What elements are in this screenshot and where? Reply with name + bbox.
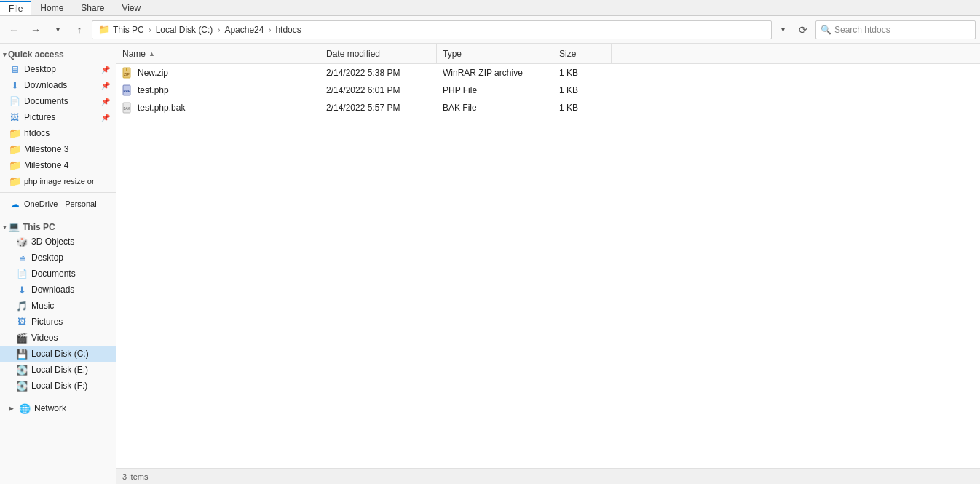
sidebar-item-desktop-quick[interactable]: 🖥 Desktop 📌 bbox=[0, 61, 116, 77]
sidebar-item-pictures[interactable]: 🖼 Pictures bbox=[0, 314, 116, 330]
svg-text:ZIP: ZIP bbox=[124, 72, 130, 76]
table-row[interactable]: BAK test.php.bak 2/14/2022 5:57 PM BAK F… bbox=[116, 99, 980, 116]
sidebar-item-label: Pictures bbox=[31, 317, 63, 327]
file-type-cell: BAK File bbox=[437, 99, 553, 116]
onedrive-icon: ☁ bbox=[9, 198, 20, 210]
sidebar-item-milestone3[interactable]: 📁 Milestone 3 bbox=[0, 141, 116, 157]
col-header-date[interactable]: Date modified bbox=[320, 44, 437, 63]
sidebar-divider-3 bbox=[0, 397, 116, 397]
search-icon: 🔍 bbox=[821, 25, 831, 35]
sidebar-item-localdisk-c[interactable]: 💾 Local Disk (C:) bbox=[0, 346, 116, 362]
documents-icon: 📄 bbox=[16, 268, 28, 279]
address-dropdown-button[interactable]: ▾ bbox=[775, 20, 791, 39]
breadcrumb-sep-3: › bbox=[268, 25, 271, 35]
up-button[interactable]: ↑ bbox=[70, 20, 89, 39]
sidebar-item-downloads-quick[interactable]: ⬇ Downloads 📌 bbox=[0, 77, 116, 93]
folder-icon: 📁 bbox=[9, 159, 20, 171]
search-box[interactable]: 🔍 Search htdocs bbox=[815, 20, 976, 39]
ribbon-tab-share[interactable]: Share bbox=[72, 1, 113, 15]
3d-objects-icon: 🎲 bbox=[16, 236, 28, 247]
sidebar-item-3dobjects[interactable]: 🎲 3D Objects bbox=[0, 234, 116, 250]
file-name-cell: BAK test.php.bak bbox=[116, 99, 320, 116]
sidebar-item-label: Desktop bbox=[24, 64, 56, 74]
file-type-cell: WinRAR ZIP archive bbox=[437, 64, 553, 82]
pin-icon: 📌 bbox=[101, 98, 110, 106]
file-date: 2/14/2022 6:01 PM bbox=[326, 85, 400, 95]
col-header-name[interactable]: Name ▲ bbox=[116, 44, 320, 63]
network-expand-icon: ▶ bbox=[9, 405, 14, 412]
sidebar-item-label: htdocs bbox=[24, 128, 50, 138]
sidebar-item-documents-quick[interactable]: 📄 Documents 📌 bbox=[0, 93, 116, 109]
sidebar-item-milestone4[interactable]: 📁 Milestone 4 bbox=[0, 157, 116, 173]
folder-icon-small: 📁 bbox=[98, 24, 110, 35]
drive-c-icon: 💾 bbox=[16, 348, 28, 360]
col-header-type[interactable]: Type bbox=[437, 44, 553, 63]
sidebar-item-label: Network bbox=[34, 403, 66, 413]
sidebar-item-label: Documents bbox=[31, 269, 76, 279]
back-button[interactable]: ← bbox=[4, 20, 23, 39]
sidebar-item-label: Pictures bbox=[24, 112, 55, 122]
main-layout: ▾ Quick access 🖥 Desktop 📌 ⬇ Downloads 📌… bbox=[0, 44, 980, 484]
breadcrumb-localdisk: Local Disk (C:) bbox=[156, 25, 213, 35]
bak-icon: BAK bbox=[122, 102, 134, 114]
ribbon-tab-file[interactable]: File bbox=[0, 1, 31, 15]
sidebar-item-videos[interactable]: 🎬 Videos bbox=[0, 330, 116, 346]
refresh-button[interactable]: ⟳ bbox=[794, 20, 813, 39]
file-size: 1 KB bbox=[559, 103, 578, 113]
ribbon-tab-home[interactable]: Home bbox=[31, 1, 72, 15]
sidebar-item-downloads[interactable]: ⬇ Downloads bbox=[0, 282, 116, 298]
recent-locations-button[interactable]: ▾ bbox=[48, 20, 67, 39]
file-name-cell: PHP test.php bbox=[116, 82, 320, 99]
sidebar-item-php-resize[interactable]: 📁 php image resize or bbox=[0, 173, 116, 189]
forward-button[interactable]: → bbox=[26, 20, 45, 39]
sidebar: ▾ Quick access 🖥 Desktop 📌 ⬇ Downloads 📌… bbox=[0, 44, 116, 484]
folder-icon: 📁 bbox=[9, 175, 20, 187]
breadcrumb-sep-1: › bbox=[149, 25, 151, 35]
quick-access-group[interactable]: ▾ Quick access bbox=[0, 47, 116, 61]
drive-f-icon: 💽 bbox=[16, 380, 28, 392]
folder-icon: 📁 bbox=[9, 127, 20, 139]
sidebar-item-desktop[interactable]: 🖥 Desktop bbox=[0, 250, 116, 266]
sidebar-item-localdisk-f[interactable]: 💽 Local Disk (F:) bbox=[0, 378, 116, 394]
col-size-label: Size bbox=[559, 49, 576, 59]
ribbon-tab-view[interactable]: View bbox=[113, 1, 149, 15]
table-row[interactable]: ZIP New.zip 2/14/2022 5:38 PM WinRAR ZIP… bbox=[116, 64, 980, 82]
file-name: test.php.bak bbox=[138, 103, 185, 113]
sidebar-item-documents[interactable]: 📄 Documents bbox=[0, 266, 116, 282]
status-text: 3 items bbox=[122, 472, 148, 481]
col-type-label: Type bbox=[443, 49, 462, 59]
sidebar-item-localdisk-e[interactable]: 💽 Local Disk (E:) bbox=[0, 362, 116, 378]
sidebar-item-label: Milestone 3 bbox=[24, 144, 68, 154]
address-bar-row: ← → ▾ ↑ 📁 This PC › Local Disk (C:) › Ap… bbox=[0, 16, 980, 44]
file-size: 1 KB bbox=[559, 68, 578, 78]
sidebar-divider-1 bbox=[0, 192, 116, 193]
sidebar-item-label: OneDrive - Personal bbox=[24, 199, 97, 208]
ribbon: File Home Share View bbox=[0, 0, 980, 16]
sidebar-item-onedrive[interactable]: ☁ OneDrive - Personal bbox=[0, 196, 116, 212]
address-box[interactable]: 📁 This PC › Local Disk (C:) › Apache24 ›… bbox=[92, 20, 772, 39]
downloads-icon: ⬇ bbox=[16, 284, 28, 295]
quick-access-label: Quick access bbox=[8, 49, 64, 60]
downloads-icon: ⬇ bbox=[9, 79, 20, 91]
table-row[interactable]: PHP test.php 2/14/2022 6:01 PM PHP File … bbox=[116, 82, 980, 99]
sidebar-item-label: php image resize or bbox=[24, 177, 95, 186]
col-name-label: Name bbox=[122, 49, 146, 59]
sidebar-item-music[interactable]: 🎵 Music bbox=[0, 298, 116, 314]
documents-icon: 📄 bbox=[9, 95, 20, 107]
pin-icon: 📌 bbox=[101, 114, 110, 122]
file-list: ZIP New.zip 2/14/2022 5:38 PM WinRAR ZIP… bbox=[116, 64, 980, 468]
thispc-expand-icon: ▾ bbox=[3, 223, 7, 231]
breadcrumb-thispc: This PC bbox=[113, 25, 144, 35]
pictures-icon: 🖼 bbox=[9, 111, 20, 123]
php-icon: PHP bbox=[122, 84, 134, 96]
sidebar-item-pictures-quick[interactable]: 🖼 Pictures 📌 bbox=[0, 109, 116, 125]
thispc-group[interactable]: ▾ 💻 This PC bbox=[0, 218, 116, 234]
breadcrumb-htdocs: htdocs bbox=[275, 25, 301, 35]
sidebar-item-label: Local Disk (F:) bbox=[31, 381, 87, 391]
file-size-cell: 1 KB bbox=[553, 99, 612, 116]
col-header-size[interactable]: Size bbox=[553, 44, 612, 63]
sidebar-item-network[interactable]: ▶ 🌐 Network bbox=[0, 400, 116, 416]
sidebar-item-htdocs[interactable]: 📁 htdocs bbox=[0, 125, 116, 141]
file-type: WinRAR ZIP archive bbox=[443, 68, 523, 78]
videos-icon: 🎬 bbox=[16, 332, 28, 344]
